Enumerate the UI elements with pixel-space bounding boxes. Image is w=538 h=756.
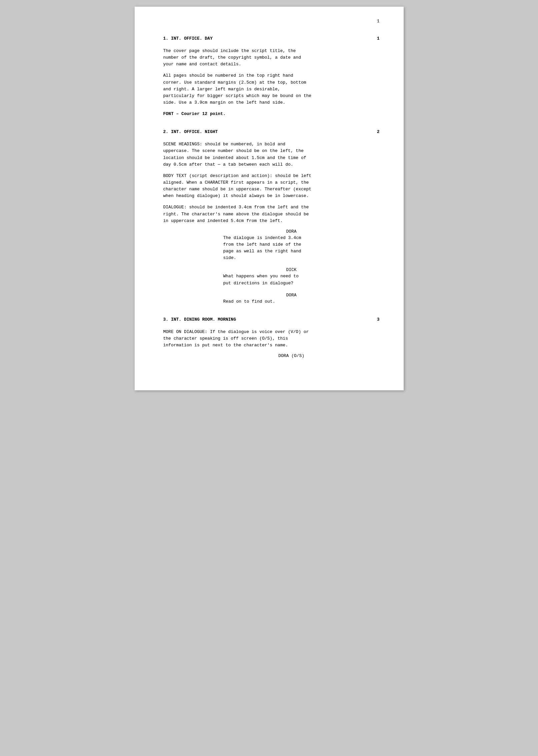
scene-2-heading: 2. INT. OFFICE. NIGHT [163,129,218,134]
scene-3-heading: 3. INT. DINING ROOM. MORNING [163,317,236,322]
scene-2: 2. INT. OFFICE. NIGHT 2 SCENE HEADINGS: … [163,129,380,305]
dialogue-dora-os: DORA (O/S) [223,353,360,358]
scene-2-number-right: 2 [377,129,380,134]
scene-1-font-line: FONT – Courier 12 point. [163,111,380,117]
scene-3: 3. INT. DINING ROOM. MORNING 3 MORE ON D… [163,317,380,358]
scene-2-para-1: SCENE HEADINGS: should be numbered, in b… [163,141,380,168]
dialogue-dora-2: DORA Read on to find out. [223,293,360,305]
character-name-dick-1: DICK [203,267,360,272]
dialogue-text-dick-1: What happens when you need toput directi… [223,273,360,286]
scene-1-para-2: All pages should be numbered in the top … [163,72,380,106]
scene-1-heading: 1. INT. OFFICE. DAY [163,36,213,41]
scene-3-para-1: MORE ON DIALOGUE: If the dialogue is voi… [163,329,380,349]
character-name-dora-1: DORA [203,229,360,234]
dialogue-dick-1: DICK What happens when you need toput di… [223,267,360,286]
scene-1-number-right: 1 [377,36,380,41]
scene-1-para-1: The cover page should include the script… [163,48,380,68]
page-number-top: 1 [377,19,380,24]
scene-1-heading-row: 1. INT. OFFICE. DAY 1 [163,36,380,41]
scene-2-heading-row: 2. INT. OFFICE. NIGHT 2 [163,129,380,134]
scene-1: 1. INT. OFFICE. DAY 1 The cover page sho… [163,36,380,117]
character-name-dora-os: DORA (O/S) [203,353,360,358]
scene-3-heading-row: 3. INT. DINING ROOM. MORNING 3 [163,317,380,322]
dialogue-dora-1: DORA The dialogue is indented 3.4cmfrom … [223,229,360,262]
scene-2-para-2: BODY TEXT (script description and action… [163,173,380,200]
dialogue-text-dora-2: Read on to find out. [223,298,360,305]
scene-3-number-right: 3 [377,317,380,322]
scene-2-para-3: DIALOGUE: should be indented 3.4cm from … [163,204,380,224]
dialogue-text-dora-1: The dialogue is indented 3.4cmfrom the l… [223,235,360,262]
screenplay-page: 1 1. INT. OFFICE. DAY 1 The cover page s… [135,7,404,390]
character-name-dora-2: DORA [203,293,360,298]
